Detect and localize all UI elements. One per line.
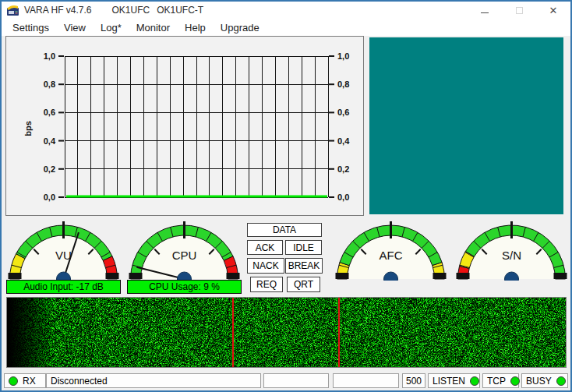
svg-text:0,8: 0,8 — [337, 79, 349, 89]
indicator-qrt: QRT — [287, 277, 320, 292]
svg-text:0,4: 0,4 — [337, 136, 350, 146]
svg-text:0,2: 0,2 — [44, 164, 55, 174]
waterfall-display — [6, 297, 567, 368]
maximize-icon — [516, 7, 523, 14]
vu-gauge: VU Audio Input: -17 dB — [6, 221, 121, 295]
menu-help[interactable]: Help — [180, 20, 210, 35]
title-bar: VARA HF v4.7.6 OK1UFC OK1UFC-T ✕ — [2, 2, 570, 19]
listen-status-box: LISTEN — [428, 373, 480, 388]
tcp-status-box: TCP — [482, 373, 519, 388]
vara-hf-window: VARA HF v4.7.6 OK1UFC OK1UFC-T ✕ Setting… — [0, 0, 572, 392]
menu-log[interactable]: Log* — [96, 20, 126, 35]
window-title: VARA HF v4.7.6 — [24, 5, 91, 16]
status-field-empty-2 — [333, 373, 399, 388]
menu-upgrade[interactable]: Upgrade — [216, 20, 264, 35]
minimize-button[interactable] — [468, 2, 502, 19]
svg-text:0,2: 0,2 — [337, 164, 349, 174]
status-field-empty-1 — [263, 373, 329, 388]
indicator-data: DATA — [247, 223, 322, 237]
minimize-icon — [481, 12, 489, 13]
throughput-chart-panel: 1,01,00,80,80,60,60,40,40,20,20,00,0bps — [5, 36, 364, 216]
audio-input-readout: Audio Input: -17 dB — [6, 280, 121, 294]
connection-status: Disconnected — [51, 376, 108, 387]
bandwidth-value: 500 — [406, 376, 422, 387]
afc-gauge-label: AFC — [334, 249, 448, 262]
svg-text:0,6: 0,6 — [337, 108, 349, 117]
svg-text:0,0: 0,0 — [337, 192, 349, 202]
cpu-gauge: CPU CPU Usage: 9 % — [127, 221, 242, 295]
tcp-led — [510, 376, 520, 386]
busy-status-box: BUSY — [521, 373, 568, 388]
sn-gauge-label: S/N — [454, 249, 569, 262]
svg-text:1,0: 1,0 — [337, 51, 349, 61]
indicator-ack: ACK — [247, 240, 283, 255]
cpu-usage-readout: CPU Usage: 9 % — [127, 280, 242, 294]
rx-led — [9, 376, 18, 386]
svg-text:0,4: 0,4 — [44, 136, 56, 146]
busy-led — [556, 376, 566, 386]
throughput-chart: 1,01,00,80,80,60,60,40,40,20,20,00,0bps — [6, 37, 363, 215]
sn-gauge: S/N — [454, 221, 569, 281]
bandwidth-box: 500 — [402, 373, 425, 388]
close-button[interactable]: ✕ — [536, 2, 570, 19]
menu-monitor[interactable]: Monitor — [132, 20, 175, 35]
indicator-break: BREAK — [285, 258, 323, 274]
waterfall-canvas — [7, 298, 566, 367]
busy-label: BUSY — [526, 376, 552, 387]
svg-text:0,6: 0,6 — [44, 108, 55, 117]
svg-text:0,8: 0,8 — [44, 79, 55, 89]
window-controls: ✕ — [468, 2, 570, 19]
indicator-req: REQ — [250, 277, 283, 292]
menu-settings[interactable]: Settings — [8, 20, 54, 35]
vu-gauge-label: VU — [6, 249, 121, 262]
connection-status-box: Disconnected — [46, 373, 261, 388]
indicator-nack: NACK — [247, 258, 284, 274]
indicator-idle: IDLE — [285, 240, 322, 255]
callsigns: OK1UFC OK1UFC-T — [111, 5, 203, 16]
svg-text:0,0: 0,0 — [44, 192, 55, 202]
cpu-gauge-label: CPU — [127, 249, 242, 262]
close-icon: ✕ — [549, 5, 558, 16]
afc-gauge: AFC — [334, 221, 448, 281]
menu-bar: Settings View Log* Monitor Help Upgrade — [2, 19, 570, 36]
maximize-button[interactable] — [502, 2, 536, 19]
rx-status-box: RX — [4, 373, 46, 388]
app-icon — [7, 4, 19, 16]
svg-text:1,0: 1,0 — [44, 51, 55, 61]
svg-text:bps: bps — [23, 121, 33, 136]
menu-view[interactable]: View — [59, 20, 90, 35]
listen-label: LISTEN — [433, 376, 465, 387]
listen-led — [470, 376, 479, 386]
rx-label: RX — [23, 376, 36, 387]
callsign-primary: OK1UFC — [111, 5, 150, 16]
constellation-display — [369, 37, 563, 214]
tcp-label: TCP — [487, 376, 506, 387]
callsign-secondary: OK1UFC-T — [157, 5, 203, 16]
